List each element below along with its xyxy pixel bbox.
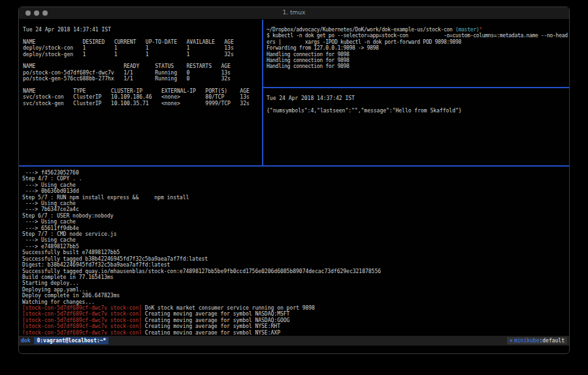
terminal-line: ---> Using cache bbox=[22, 237, 569, 243]
pane-divider-horizontal-right[interactable] bbox=[263, 87, 569, 88]
terminal-line: Step 6/7 : USER nobody:nobody bbox=[22, 213, 569, 219]
terminal-line: [stock-con-5d7df689cf-dwc7v stock-con] C… bbox=[22, 311, 569, 317]
terminal-line: Step 5/7 : RUN npm install express && np… bbox=[22, 195, 569, 201]
terminal-line: Handling connection for 9898 bbox=[267, 52, 569, 57]
terminal-line: ---> 7b6347ce2a4c bbox=[22, 206, 569, 212]
terminal-line: NAME DESIRED CURRENT UP-TO-DATE AVAILABL… bbox=[23, 39, 266, 45]
pane-shell-portforward[interactable]: ~/Dropbox/advocacy/Kubernetes/DoK/work/d… bbox=[263, 20, 569, 94]
terminal-line: svc/stock-gen ClusterIP 10.100.35.71 <no… bbox=[23, 101, 266, 106]
terminal-line bbox=[23, 82, 266, 88]
terminal-line: ers | xargs -IPOD kubectl -n dok port-fo… bbox=[267, 39, 569, 45]
terminal-line: Tue 24 Apr 2018 14:37:42 IST bbox=[267, 95, 569, 101]
terminal-line: [stock-con-5d7df689cf-dwc7v stock-con] C… bbox=[22, 323, 569, 329]
terminal-line: ---> 0b636bd013dd bbox=[22, 188, 569, 194]
terminal-line: {"numsymbols":4,"lastseen":"","message":… bbox=[267, 108, 569, 114]
terminal-line: NAME READY STATUS RESTARTS AGE bbox=[23, 63, 266, 69]
terminal-line: [stock-con-5d7df689cf-dwc7v stock-con] C… bbox=[22, 318, 569, 323]
window-list-item[interactable]: 0:vagrant@localhost:~* bbox=[34, 337, 108, 344]
terminal-line: $ kubectl -n dok get po --selector=app=s… bbox=[267, 33, 569, 39]
terminal-line: ---> Using cache bbox=[22, 182, 569, 188]
terminal-window: 1. tmux Tue 24 Apr 2018 14:37:41 IST NAM… bbox=[18, 7, 570, 354]
statusbar-left: dok 0:vagrant@localhost:~* bbox=[21, 337, 108, 344]
terminal-line: Build complete in 77.165413ms bbox=[22, 274, 569, 280]
terminal-line: Watching for changes... bbox=[22, 299, 569, 305]
terminal-line: deploy/stock-con 1 1 1 1 13s bbox=[23, 45, 266, 51]
terminal-line: ---> 65611ff9db4e bbox=[22, 225, 569, 231]
terminal-line: Digest: b38b42246945fd7f32c5ba9aea7af7fd… bbox=[22, 262, 569, 268]
pane-kubectl-watch[interactable]: Tue 24 Apr 2018 14:37:41 IST NAME DESIRE… bbox=[19, 20, 266, 172]
terminal-line: Step 4/7 : COPY . . bbox=[22, 176, 569, 182]
terminal-line: [stock-con-5d7df689cf-dwc7v stock-con] D… bbox=[22, 305, 569, 311]
terminal-line: Tue 24 Apr 2018 14:37:41 IST bbox=[23, 27, 266, 33]
tmux-content: Tue 24 Apr 2018 14:37:41 IST NAME DESIRE… bbox=[19, 20, 569, 353]
terminal-line: [stock-con-5d7df689cf-dwc7v stock-con] C… bbox=[22, 330, 569, 334]
terminal-line: ---> f45623052760 bbox=[22, 170, 569, 176]
terminal-line: po/stock-con-5d7df689cf-dwc7v 1/1 Runnin… bbox=[23, 70, 266, 76]
window-titlebar: 1. tmux bbox=[19, 7, 569, 20]
terminal-line: Starting deploy... bbox=[22, 280, 569, 286]
tmux-statusbar: dok 0:vagrant@localhost:~* ⎈ minikube :d… bbox=[19, 336, 569, 346]
terminal-line: Handling connection for 9898 bbox=[267, 57, 569, 63]
terminal-line: Step 7/7 : CMD node service.js bbox=[22, 231, 569, 237]
kube-namespace: :default bbox=[539, 338, 564, 344]
kube-cluster-name: minikube bbox=[514, 338, 540, 344]
terminal-line bbox=[23, 33, 266, 39]
terminal-line bbox=[267, 101, 569, 107]
session-name: dok bbox=[21, 338, 30, 344]
terminal-line: Deploy complete in 286.647823ms bbox=[22, 293, 569, 299]
terminal-line: po/stock-gen-576cc688bb-277hx 1/1 Runnin… bbox=[23, 76, 266, 82]
terminal-line: Deploying app.yaml... bbox=[22, 287, 569, 293]
terminal-line: ---> e74898127bb5 bbox=[22, 244, 569, 250]
terminal-line: deploy/stock-gen 1 1 1 1 32s bbox=[23, 52, 266, 57]
terminal-line bbox=[23, 57, 266, 63]
terminal-line: ---> Using cache bbox=[22, 219, 569, 225]
pane-skaffold-log[interactable]: ---> f45623052760Step 4/7 : COPY . . ---… bbox=[19, 167, 569, 334]
statusbar-right: ⎈ minikube :default bbox=[507, 337, 567, 344]
terminal-line: Forwarding from 127.0.0.1:9898 -> 9898 bbox=[267, 45, 569, 51]
pane-divider-horizontal-full[interactable] bbox=[19, 165, 569, 167]
terminal-line: ~/Dropbox/advocacy/Kubernetes/DoK/work/d… bbox=[267, 27, 569, 33]
terminal-line: Handling connection for 9898 bbox=[267, 63, 569, 69]
kubernetes-helm-icon: ⎈ bbox=[510, 338, 513, 344]
terminal-line: NAME TYPE CLUSTER-IP EXTERNAL-IP PORT(S)… bbox=[23, 88, 266, 94]
window-title: 1. tmux bbox=[19, 9, 569, 16]
terminal-line: Successfully built e74898127bb5 bbox=[22, 250, 569, 255]
terminal-line: svc/stock-con ClusterIP 10.109.186.46 <n… bbox=[23, 94, 266, 100]
pane-curl-output[interactable]: Tue 24 Apr 2018 14:37:42 IST {"numsymbol… bbox=[263, 89, 569, 171]
terminal-line: ---> Using cache bbox=[22, 201, 569, 206]
terminal-line: Successfully tagged b38b42246945fd7f32c5… bbox=[22, 256, 569, 262]
terminal-line: Successfully tagged quay.io/mhausenblas/… bbox=[22, 269, 569, 274]
